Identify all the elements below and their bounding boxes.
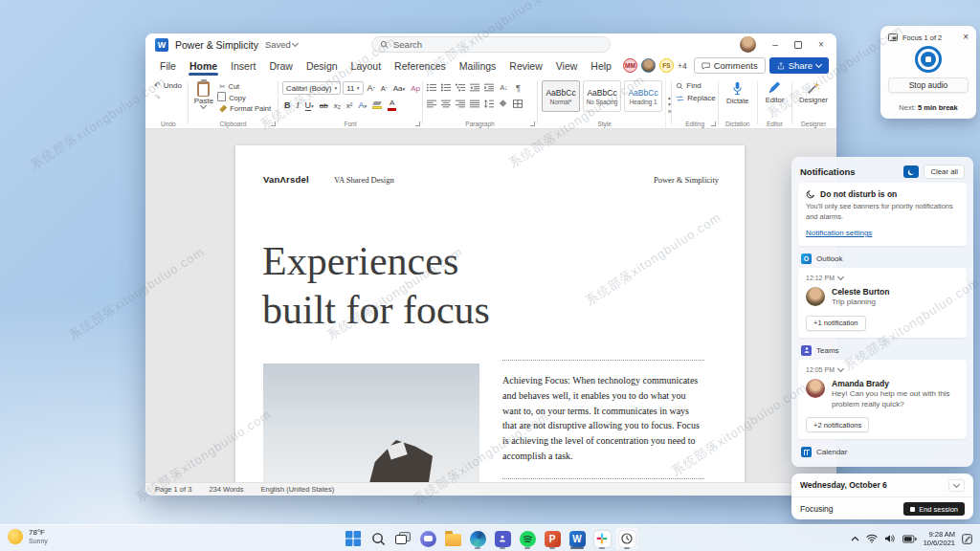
font-color-button[interactable]: A — [386, 99, 398, 111]
outlook-app-label[interactable]: Outlook — [816, 254, 843, 263]
tab-references[interactable]: References — [388, 58, 453, 74]
redo-button[interactable]: ↷ — [154, 92, 188, 104]
tab-mailings[interactable]: Mailings — [453, 58, 503, 74]
shrink-font-button[interactable]: Aˇ — [379, 84, 390, 93]
more-notifications-badge[interactable]: +1 notification — [806, 316, 866, 331]
end-session-button[interactable]: End session — [903, 502, 965, 516]
designer-button[interactable]: Designer — [799, 79, 828, 104]
grow-font-button[interactable]: Aˆ — [366, 83, 377, 93]
bullets-button[interactable] — [426, 81, 438, 94]
subscript-button[interactable]: x₂ — [332, 101, 343, 110]
style-scroll-up[interactable]: ▴ — [668, 95, 671, 100]
copy-button[interactable]: Copy — [219, 94, 271, 102]
share-button[interactable]: Share — [769, 57, 829, 74]
cut-button[interactable]: ✂Cut — [219, 82, 271, 91]
weather-widget[interactable]: 78°F Sunny — [8, 528, 48, 544]
spotify-button[interactable] — [516, 527, 539, 550]
tab-help[interactable]: Help — [584, 58, 618, 74]
editor-button[interactable]: Editor — [766, 79, 785, 104]
tab-design[interactable]: Design — [300, 58, 345, 74]
font-family-select[interactable]: Calibri (Body)▾ — [282, 81, 341, 95]
teams-notification-card[interactable]: 12:05 PM Amanda Brady Hey! Can you help … — [798, 360, 967, 440]
focus-stop-ring[interactable] — [915, 46, 942, 73]
teams-button[interactable] — [491, 527, 514, 550]
style-no-spacing[interactable]: AaBbCc No Spacing — [583, 80, 621, 112]
notification-settings-link[interactable]: Notification settings — [806, 229, 872, 237]
style-normal[interactable]: AaBbCc Normal* — [542, 80, 580, 112]
wifi-icon[interactable] — [866, 534, 878, 543]
highlight-button[interactable] — [370, 101, 384, 109]
decrease-indent-button[interactable] — [469, 81, 481, 94]
clock-app-button[interactable] — [615, 527, 638, 550]
strikethrough-button[interactable]: ab — [318, 101, 330, 110]
clipboard-dialog-launcher[interactable] — [271, 121, 276, 126]
powerpoint-button[interactable]: P — [541, 527, 564, 550]
chevron-down-icon[interactable] — [837, 365, 844, 372]
maximize-button[interactable] — [787, 34, 810, 55]
format-painter-button[interactable]: Format Paint — [219, 104, 271, 113]
word-count[interactable]: 234 Words — [209, 485, 243, 494]
chevron-down-icon[interactable] — [837, 274, 844, 280]
tab-view[interactable]: View — [549, 58, 585, 74]
document-page[interactable]: VanΛrsdel VA Shared Design Power & Simpl… — [235, 145, 745, 482]
italic-button[interactable]: I — [295, 100, 301, 110]
do-not-disturb-toggle[interactable] — [903, 165, 919, 178]
collaborator-avatar-fs[interactable]: FS — [659, 58, 674, 73]
underline-button[interactable]: U▾ — [303, 100, 316, 111]
align-left-button[interactable] — [426, 98, 438, 110]
task-view-button[interactable] — [391, 527, 414, 550]
change-case-button[interactable]: Aa▾ — [391, 84, 408, 93]
style-expand[interactable]: ≡ — [668, 108, 671, 114]
justify-button[interactable] — [469, 98, 481, 110]
clear-all-button[interactable]: Clear all — [924, 165, 965, 179]
close-button[interactable]: × — [810, 34, 833, 55]
font-dialog-launcher[interactable] — [415, 121, 420, 126]
tab-home[interactable]: Home — [183, 58, 224, 74]
file-explorer-button[interactable] — [441, 527, 464, 550]
find-button[interactable]: Find — [676, 79, 718, 92]
minimize-button[interactable]: – — [764, 34, 787, 55]
dictate-button[interactable]: Dictate — [726, 79, 748, 105]
superscript-button[interactable]: x² — [345, 101, 355, 110]
teams-app-label[interactable]: Teams — [816, 346, 839, 355]
editing-dialog-launcher[interactable] — [711, 121, 716, 126]
replace-button[interactable]: Replace — [676, 92, 718, 104]
undo-button[interactable]: ↶Undo — [154, 79, 188, 92]
show-hidden-icons-chevron[interactable] — [851, 536, 859, 541]
sort-button[interactable]: A↓ — [498, 81, 510, 94]
tab-review[interactable]: Review — [502, 58, 548, 74]
tab-draw[interactable]: Draw — [262, 58, 300, 74]
collaborator-avatar-mm[interactable]: MM — [623, 58, 637, 73]
font-size-select[interactable]: 11▾ — [343, 81, 363, 95]
numbering-button[interactable] — [440, 81, 453, 94]
align-center-button[interactable] — [440, 98, 453, 110]
battery-icon[interactable] — [902, 535, 917, 543]
calendar-app-label[interactable]: Calendar — [816, 448, 847, 456]
tab-file[interactable]: File — [153, 58, 183, 74]
align-right-button[interactable] — [455, 98, 467, 110]
collaborator-avatar-photo[interactable] — [641, 58, 656, 73]
more-notifications-badge[interactable]: +2 notifications — [806, 417, 869, 432]
show-paragraph-marks-button[interactable]: ¶ — [512, 81, 524, 94]
shading-button[interactable] — [498, 98, 510, 110]
edge-button[interactable] — [466, 527, 489, 550]
collaborator-overflow-count[interactable]: +4 — [678, 61, 687, 71]
calendar-collapse-button[interactable] — [948, 479, 965, 492]
paragraph-dialog-launcher[interactable] — [530, 121, 535, 126]
notification-center-icon[interactable] — [962, 534, 972, 544]
style-heading1[interactable]: AaBbCc Heading 1 — [624, 80, 662, 112]
word-button[interactable]: W — [566, 527, 589, 550]
close-icon[interactable]: × — [963, 33, 969, 42]
chat-button[interactable] — [416, 527, 439, 550]
page-count[interactable]: Page 1 of 3 — [155, 485, 191, 494]
text-effects-button[interactable]: A▾ — [356, 100, 368, 110]
search-input[interactable]: Search — [371, 36, 611, 53]
language-indicator[interactable]: English (United States) — [261, 485, 335, 494]
start-button[interactable] — [342, 527, 365, 550]
slack-button[interactable] — [590, 527, 613, 550]
clock-tray[interactable]: 9:28 AM 10/6/2021 — [924, 530, 955, 548]
borders-button[interactable] — [512, 98, 524, 110]
outlook-notification-card[interactable]: 12:12 PM Celeste Burton Trip planning +1… — [798, 268, 967, 338]
line-spacing-button[interactable] — [483, 98, 496, 110]
tab-insert[interactable]: Insert — [224, 58, 262, 74]
